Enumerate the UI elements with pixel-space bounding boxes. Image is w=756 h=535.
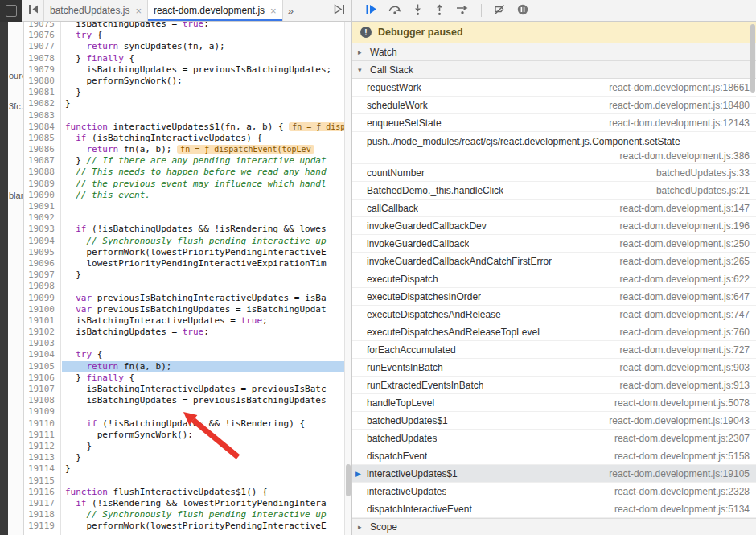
call-stack-frame[interactable]: runExtractedEventsInBatchreact-dom.devel… xyxy=(352,377,756,394)
call-stack-frame[interactable]: executeDispatchreact-dom.development.js:… xyxy=(352,270,756,288)
code-line[interactable]: isBatchingUpdates = previousIsBatchingUp… xyxy=(62,395,344,406)
line-number[interactable]: 19076 xyxy=(24,30,60,41)
line-number[interactable]: 19077 xyxy=(24,41,60,52)
line-number[interactable]: 19082 xyxy=(24,98,60,109)
line-number[interactable]: 19095 xyxy=(24,247,60,258)
line-number[interactable]: 19079 xyxy=(24,64,60,76)
code-line[interactable]: } xyxy=(62,87,344,98)
code-line[interactable] xyxy=(62,281,344,292)
call-stack-frame[interactable]: interactiveUpdatesreact-dom.development.… xyxy=(352,483,756,500)
code-line[interactable]: performWork(lowestPriorityPendingInterac… xyxy=(62,521,344,532)
navigator-file-fragment[interactable]: blan xyxy=(9,191,24,200)
navigator-file-fragment[interactable]: ource xyxy=(9,71,24,80)
navigator-file-fragment[interactable]: 3fc.h xyxy=(9,101,24,111)
code-line[interactable]: isBatchingUpdates = previousIsBatchingUp… xyxy=(62,64,344,76)
call-stack-frame[interactable]: invokeGuardedCallbackreact-dom.developme… xyxy=(352,235,756,253)
code-line[interactable]: try { xyxy=(62,30,344,41)
tab-react-dom-development-js[interactable]: react-dom.development.js × xyxy=(148,0,283,21)
line-number[interactable]: 19094 xyxy=(24,236,60,247)
code-line[interactable] xyxy=(62,110,344,121)
code-line[interactable]: isBatchingUpdates = true; xyxy=(62,22,344,30)
close-icon[interactable]: × xyxy=(270,6,277,16)
line-number[interactable]: 19117 xyxy=(24,498,60,509)
code-editor[interactable]: isBatchingUpdates = true; try { return s… xyxy=(62,22,344,535)
line-number[interactable]: 19086 xyxy=(24,144,60,155)
execution-line[interactable]: return fn(a, b); xyxy=(62,361,344,372)
call-stack-frame[interactable]: enqueueSetStatereact-dom.development.js:… xyxy=(352,114,756,132)
line-number[interactable]: 19096 xyxy=(24,258,60,270)
line-number[interactable]: 19107 xyxy=(24,384,60,395)
line-number[interactable]: 19080 xyxy=(24,76,60,87)
resume-button[interactable] xyxy=(364,3,379,18)
code-line[interactable]: } finally { xyxy=(62,53,344,64)
code-line[interactable]: performSyncWork(); xyxy=(62,430,344,441)
line-number[interactable]: 19113 xyxy=(24,452,60,463)
line-number[interactable]: 19098 xyxy=(24,281,60,292)
editor-panel-toggle-button[interactable] xyxy=(330,4,348,17)
code-line[interactable] xyxy=(62,212,344,224)
call-stack-frame[interactable]: runEventsInBatchreact-dom.development.js… xyxy=(352,359,756,377)
line-number[interactable]: 19104 xyxy=(24,349,60,360)
line-number[interactable]: 19115 xyxy=(24,475,60,487)
call-stack-frame[interactable]: batchedUpdatesreact-dom.development.js:2… xyxy=(352,430,756,447)
code-line[interactable]: // Synchronously flush pending interacti… xyxy=(62,236,344,247)
code-line[interactable]: isBatchingInteractiveUpdates = true; xyxy=(62,315,344,327)
code-line[interactable]: } xyxy=(62,441,344,452)
line-number[interactable]: 19092 xyxy=(24,212,60,224)
scope-section-header[interactable]: ▸ Scope xyxy=(352,518,756,535)
line-number[interactable]: 19093 xyxy=(24,224,60,235)
line-number[interactable]: 19112 xyxy=(24,441,60,452)
code-line[interactable]: // This needs to happen before we read a… xyxy=(62,167,344,178)
call-stack-frame[interactable]: requestWorkreact-dom.development.js:1866… xyxy=(352,79,756,97)
call-stack-frame[interactable]: countNumberbatchedUpdates.js:33 xyxy=(352,164,756,182)
line-number[interactable]: 19110 xyxy=(24,418,60,430)
line-number[interactable]: 19101 xyxy=(24,315,60,327)
code-line[interactable]: performWork(lowestPriorityPendingInterac… xyxy=(62,247,344,258)
code-line[interactable]: return syncUpdates(fn, a); xyxy=(62,41,344,52)
code-line[interactable]: } xyxy=(62,452,344,463)
code-line[interactable]: // this event. xyxy=(62,190,344,201)
step-over-button[interactable] xyxy=(387,3,403,18)
code-line[interactable]: isBatchingUpdates = true; xyxy=(62,327,344,338)
call-stack-frame[interactable]: executeDispatchesAndReleaseTopLevelreact… xyxy=(352,323,756,341)
step-out-button[interactable] xyxy=(433,3,446,19)
code-line[interactable]: performSyncWork(); xyxy=(62,76,344,87)
sidebar-scrollbar-thumb[interactable] xyxy=(750,24,755,93)
line-number[interactable]: 19119 xyxy=(24,521,60,532)
tab-overflow-chevron[interactable]: » xyxy=(283,0,298,21)
call-stack-frame[interactable]: invokeGuardedCallbackAndCatchFirstErrorr… xyxy=(352,253,756,270)
code-line[interactable]: } xyxy=(62,270,344,281)
code-line[interactable]: function flushInteractiveUpdates$1() { xyxy=(62,487,344,498)
call-stack-frame[interactable]: dispatchEventreact-dom.development.js:51… xyxy=(352,447,756,465)
close-icon[interactable]: × xyxy=(135,6,142,16)
line-number[interactable]: 19114 xyxy=(24,463,60,475)
code-line[interactable]: function interactiveUpdates$1(fn, a, b) … xyxy=(62,121,344,133)
code-line[interactable]: if (!isRendering && lowestPriorityPendin… xyxy=(62,498,344,509)
line-number[interactable]: 19109 xyxy=(24,406,60,418)
code-line[interactable]: } xyxy=(62,463,344,475)
code-line[interactable]: if (isBatchingInteractiveUpdates) { xyxy=(62,133,344,144)
line-number[interactable]: 19085 xyxy=(24,133,60,144)
code-line[interactable]: var previousIsBatchingInteractiveUpdates… xyxy=(62,293,344,304)
code-line[interactable]: } finally { xyxy=(62,372,344,384)
code-line[interactable] xyxy=(62,406,344,418)
line-number[interactable]: 19105 xyxy=(24,361,60,372)
call-stack-frame[interactable]: executeDispatchesAndReleasereact-dom.dev… xyxy=(352,306,756,323)
deactivate-breakpoints-button[interactable] xyxy=(492,3,507,19)
line-number[interactable]: 19097 xyxy=(24,270,60,281)
call-stack-frame[interactable]: executeDispatchesInOrderreact-dom.develo… xyxy=(352,288,756,306)
call-stack-frame[interactable]: ▶interactiveUpdates$1react-dom.developme… xyxy=(352,465,756,483)
call-stack-frame[interactable]: callCallbackreact-dom.development.js:147 xyxy=(352,200,756,217)
code-line[interactable]: if (!isBatchingUpdates && !isRendering) … xyxy=(62,418,344,430)
line-number[interactable]: 19091 xyxy=(24,201,60,212)
call-stack-frame[interactable]: push../node_modules/react/cjs/react.deve… xyxy=(352,132,756,164)
line-number[interactable]: 19090 xyxy=(24,190,60,201)
line-number[interactable]: 19083 xyxy=(24,110,60,121)
line-number[interactable]: 19118 xyxy=(24,509,60,521)
call-stack-frame[interactable]: dispatchInteractiveEventreact-dom.develo… xyxy=(352,500,756,518)
call-stack-frame[interactable]: BatchedDemo._this.handleClickbatchedUpda… xyxy=(352,182,756,200)
code-line[interactable]: } xyxy=(62,98,344,109)
line-number[interactable]: 19099 xyxy=(24,293,60,304)
code-line[interactable]: isBatchingInteractiveUpdates = previousI… xyxy=(62,384,344,395)
code-line[interactable] xyxy=(62,201,344,212)
